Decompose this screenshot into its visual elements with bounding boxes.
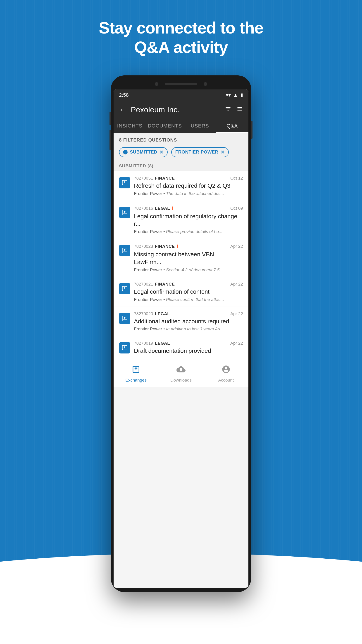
question-title: Legal confirmation of regulatory change … [134,213,243,228]
question-meta: 78270051 FINANCE Oct 12 [134,176,243,181]
question-date: Apr 22 [230,311,243,316]
question-category: FINANCE [155,282,175,287]
chip-submitted-label: SUBMITTED [130,150,157,155]
question-meta: 78270021 FINANCE Apr 22 [134,282,243,287]
table-row[interactable]: 78270051 FINANCE Oct 12 Refresh of data … [114,171,248,201]
alert-icon: ! [172,206,173,211]
sensor [204,82,207,86]
question-id-category: 78270021 FINANCE [134,282,175,287]
downloads-label: Downloads [170,378,192,383]
front-camera [155,82,158,86]
chip-frontier-power-remove[interactable]: ✕ [221,150,225,155]
nav-item-account[interactable]: Account [203,365,248,383]
question-content: 78270021 FINANCE Apr 22 Legal confirmati… [134,282,243,302]
question-status-icon [119,283,130,294]
table-row[interactable]: 78270016 LEGAL ! Oct 09 Legal confirmati… [114,201,248,239]
status-time: 2:58 [119,92,129,98]
table-row[interactable]: 78270021 FINANCE Apr 22 Legal confirmati… [114,277,248,307]
exchanges-icon [131,365,140,376]
chip-submitted-remove[interactable]: ✕ [159,150,164,155]
question-preview: Frontier Power • Please provide details … [134,229,243,234]
question-title: Draft documentation provided [134,347,243,355]
app-bar: ← Pexoleum Inc. [114,101,248,119]
question-status-icon [119,207,130,218]
tab-insights[interactable]: INSIGHTS [114,119,146,133]
status-icons: ▾▾ ▲ ▮ [226,92,243,98]
question-meta: 78270016 LEGAL ! Oct 09 [134,206,243,211]
question-id-category: 78270016 LEGAL ! [134,206,174,211]
wifi-icon: ▾▾ [226,92,231,98]
phone-top-bar [114,80,248,90]
question-list: 78270051 FINANCE Oct 12 Refresh of data … [114,171,248,361]
volume-down-button [109,130,111,150]
person-circle-icon [222,365,231,376]
content-area: 8 FILTERED QUESTIONS SUBMITTED ✕ FRONTIE… [114,133,248,387]
question-preview: Frontier Power • In addition to last 3 y… [134,326,243,332]
menu-icon[interactable] [237,106,243,114]
question-preview: Frontier Power • Please confirm that the… [134,297,243,302]
chip-frontier-power-label: FRONTIER POWER [175,150,218,155]
app-bar-actions [225,106,243,114]
back-button[interactable]: ← [119,106,126,114]
question-date: Apr 22 [230,244,243,249]
question-id: 78270016 [134,206,153,211]
exchanges-label: Exchanges [125,378,147,383]
question-id: 78270020 [134,311,153,316]
question-id: 78270019 [134,341,153,346]
status-bar: 2:58 ▾▾ ▲ ▮ [114,90,248,101]
power-button [251,121,253,139]
chip-frontier-power[interactable]: FRONTIER POWER ✕ [171,147,229,157]
question-status-icon [119,177,130,188]
table-row[interactable]: 78270020 LEGAL Apr 22 Additional audited… [114,307,248,336]
tab-users[interactable]: USERS [184,119,216,133]
filter-icon[interactable] [225,106,231,114]
question-content: 78270020 LEGAL Apr 22 Additional audited… [134,311,243,332]
question-date: Oct 12 [230,176,243,181]
hero-line1: Stay connected to the [0,18,362,38]
question-id-category: 78270020 LEGAL [134,311,170,316]
question-category: FINANCE [155,244,175,249]
table-row[interactable]: 78270023 FINANCE ! Apr 22 Missing contra… [114,239,248,277]
question-date: Apr 22 [230,341,243,346]
question-category: LEGAL [155,311,170,316]
question-preview: Frontier Power • The data in the attache… [134,191,243,196]
section-submitted-label: SUBMITTED (8) [114,161,248,171]
phone-mockup: 2:58 ▾▾ ▲ ▮ ← Pexoleum Inc. [0,71,362,592]
filter-count: 8 FILTERED QUESTIONS [114,133,248,145]
question-title: Missing contract between VBN LawFirm... [134,251,243,266]
question-meta: 78270019 LEGAL Apr 22 [134,341,243,346]
question-content: 78270016 LEGAL ! Oct 09 Legal confirmati… [134,206,243,234]
speaker [165,83,197,85]
tab-documents[interactable]: DOCUMENTS [146,119,184,133]
tab-qa[interactable]: Q&A [216,119,248,133]
question-status-icon [119,342,130,354]
question-id-category: 78270019 LEGAL [134,341,170,346]
table-row[interactable]: 78270019 LEGAL Apr 22 Draft documentatio… [114,336,248,361]
alert-icon: ! [177,244,178,249]
signal-icon: ▲ [233,92,238,98]
question-meta: 78270020 LEGAL Apr 22 [134,311,243,316]
question-id-category: 78270051 FINANCE [134,176,175,181]
question-content: 78270051 FINANCE Oct 12 Refresh of data … [134,176,243,196]
nav-item-exchanges[interactable]: Exchanges [114,365,159,383]
filter-chips: SUBMITTED ✕ FRONTIER POWER ✕ [114,145,248,161]
question-title: Legal confirmation of content [134,288,243,296]
app-title: Pexoleum Inc. [131,105,220,114]
volume-up-button [109,112,111,125]
question-category: LEGAL [155,206,170,211]
hero-section: Stay connected to the Q&A activity [0,0,362,71]
account-label: Account [218,378,234,383]
question-id: 78270023 [134,244,153,249]
question-content: 78270023 FINANCE ! Apr 22 Missing contra… [134,244,243,272]
question-category: FINANCE [155,176,175,181]
download-cloud-icon [176,365,186,376]
question-date: Oct 09 [230,206,243,211]
question-preview: Frontier Power • Section 4.2 of document… [134,268,243,272]
hero-line2: Q&A activity [0,38,362,57]
question-meta: 78270023 FINANCE ! Apr 22 [134,244,243,249]
nav-item-downloads[interactable]: Downloads [159,365,204,383]
bottom-navigation: Exchanges Downloads [114,361,248,387]
question-title: Additional audited accounts required [134,318,243,326]
chip-submitted[interactable]: SUBMITTED ✕ [119,147,168,157]
question-id: 78270021 [134,282,153,287]
